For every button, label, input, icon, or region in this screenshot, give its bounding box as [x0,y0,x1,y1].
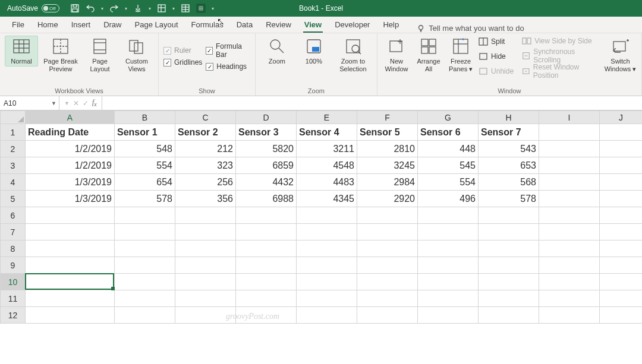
cell-I9[interactable] [539,257,600,274]
tab-review[interactable]: Review [265,20,292,33]
cell-D6[interactable] [236,207,297,224]
cell-H5[interactable]: 578 [479,191,539,207]
touch-mode-icon[interactable] [133,4,143,13]
page-layout-button[interactable]: Page Layout [83,36,117,74]
cell-B9[interactable] [115,257,175,274]
cell-A11[interactable] [26,290,115,307]
cell-I12[interactable] [539,307,600,324]
cell-I8[interactable] [539,240,600,257]
cell-J6[interactable] [600,207,643,224]
enter-formula-button[interactable]: ✓ [83,99,89,107]
cell-B10[interactable] [115,274,175,290]
cell-C9[interactable] [175,257,236,274]
cell-B8[interactable] [115,240,175,257]
cell-J3[interactable] [600,157,643,174]
cell-D4[interactable]: 4432 [236,174,297,191]
cell-E3[interactable]: 4548 [297,157,357,174]
undo-icon[interactable] [86,4,95,13]
column-header-G[interactable]: G [418,111,479,124]
page-break-preview-button[interactable]: Page Break Preview [42,36,80,74]
cell-B7[interactable] [115,224,175,240]
cell-D8[interactable] [236,240,297,257]
cell-G12[interactable] [418,307,479,324]
cell-G3[interactable]: 545 [418,157,479,174]
cell-F6[interactable] [357,207,418,224]
insert-function-button[interactable]: fx [92,98,97,107]
column-header-E[interactable]: E [297,111,357,124]
unhide-button[interactable]: Unhide [479,66,514,77]
tell-me-search[interactable]: Tell me what you want to do [417,24,524,33]
cell-E9[interactable] [297,257,357,274]
tab-draw[interactable]: Draw [102,20,122,33]
formula-bar-checkbox[interactable]: ✓Formula Bar [206,42,250,59]
tab-view[interactable]: View [303,20,323,33]
column-header-B[interactable]: B [115,111,175,124]
cell-D9[interactable] [236,257,297,274]
row-header-2[interactable]: 2 [1,141,26,157]
cell-D11[interactable] [236,290,297,307]
cell-A10[interactable] [26,274,115,290]
cell-D5[interactable]: 6988 [236,191,297,207]
zoom-100-button[interactable]: 100% [297,36,331,67]
row-header-3[interactable]: 3 [1,157,26,174]
cell-D3[interactable]: 6859 [236,157,297,174]
row-header-4[interactable]: 4 [1,174,26,191]
cell-B3[interactable]: 554 [115,157,175,174]
freeze-panes-button[interactable]: * Freeze Panes ▾ [446,36,475,74]
cell-F5[interactable]: 2920 [357,191,418,207]
cell-H4[interactable]: 568 [479,174,539,191]
cell-J11[interactable] [600,290,643,307]
cell-E2[interactable]: 3211 [297,141,357,157]
pivot-icon[interactable] [157,4,166,13]
cell-B5[interactable]: 578 [115,191,175,207]
cell-E12[interactable] [297,307,357,324]
cell-J1[interactable] [600,124,643,141]
column-header-D[interactable]: D [236,111,297,124]
cell-D1[interactable]: Sensor 3 [236,124,297,141]
save-icon[interactable] [70,4,80,13]
ruler-checkbox[interactable]: ✓Ruler [163,46,202,55]
cell-C8[interactable] [175,240,236,257]
cell-F11[interactable] [357,290,418,307]
row-header-8[interactable]: 8 [1,240,26,257]
cell-G10[interactable] [418,274,479,290]
cell-H10[interactable] [479,274,539,290]
cell-J5[interactable] [600,191,643,207]
cell-A9[interactable] [26,257,115,274]
switch-windows-button[interactable]: Switch Windows ▾ [604,36,637,74]
cell-I7[interactable] [539,224,600,240]
cell-G6[interactable] [418,207,479,224]
tab-page-layout[interactable]: Page Layout [134,20,180,33]
cell-I2[interactable] [539,141,600,157]
cell-E11[interactable] [297,290,357,307]
cell-F1[interactable]: Sensor 5 [357,124,418,141]
tab-insert[interactable]: Insert [70,20,92,33]
cell-G9[interactable] [418,257,479,274]
cell-E7[interactable] [297,224,357,240]
cell-F8[interactable] [357,240,418,257]
autosave-switch[interactable]: Off [42,4,59,12]
row-header-5[interactable]: 5 [1,191,26,207]
cell-J8[interactable] [600,240,643,257]
cell-G4[interactable]: 554 [418,174,479,191]
tab-developer[interactable]: Developer [333,20,371,33]
cell-F7[interactable] [357,224,418,240]
view-side-by-side-button[interactable]: View Side by Side [522,36,596,46]
cell-A2[interactable]: 1/2/2019 [26,141,115,157]
cell-H12[interactable] [479,307,539,324]
cell-B1[interactable]: Sensor 1 [115,124,175,141]
cell-E8[interactable] [297,240,357,257]
row-header-9[interactable]: 9 [1,257,26,274]
column-header-F[interactable]: F [357,111,418,124]
cell-H2[interactable]: 543 [479,141,539,157]
cell-H6[interactable] [479,207,539,224]
cell-A6[interactable] [26,207,115,224]
cell-C3[interactable]: 323 [175,157,236,174]
row-header-6[interactable]: 6 [1,207,26,224]
cell-C4[interactable]: 256 [175,174,236,191]
cell-G1[interactable]: Sensor 6 [418,124,479,141]
cell-I10[interactable] [539,274,600,290]
cell-D7[interactable] [236,224,297,240]
cell-C11[interactable] [175,290,236,307]
column-header-A[interactable]: A [26,111,115,124]
